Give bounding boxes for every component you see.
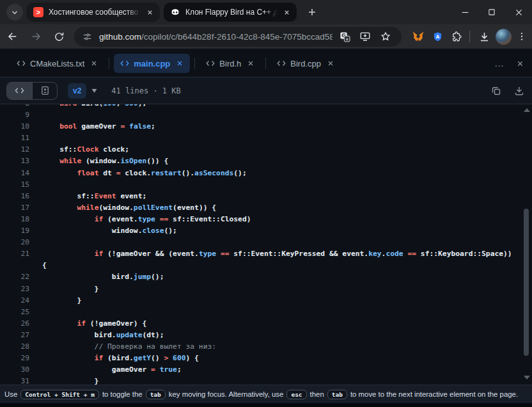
scroll-down-arrow-icon[interactable] xyxy=(524,376,530,379)
code-line: 18 if (event.type == sf::Event::Closed) xyxy=(0,214,532,225)
code-icon xyxy=(277,59,286,68)
file-tab-bird-cpp[interactable]: Bird.cpp xyxy=(270,54,341,73)
bookmark-button[interactable] xyxy=(377,28,394,45)
code-line: 11 xyxy=(0,132,532,144)
download-icon xyxy=(478,31,490,43)
window-close-button[interactable] xyxy=(505,0,532,24)
file-tab-close-button[interactable] xyxy=(176,60,184,67)
tab-search-button[interactable] xyxy=(6,4,23,20)
browser-menu-button[interactable] xyxy=(513,28,531,45)
file-tab-cmakelists-txt[interactable]: CMakeLists.txt xyxy=(10,54,104,73)
url-text: github.com/copilot/c/b644b28f-2610-42c8-… xyxy=(99,32,332,42)
code-text xyxy=(29,109,42,121)
tab-close-button[interactable] xyxy=(145,7,155,17)
github-copilot-favicon-icon xyxy=(170,7,180,17)
code-text: bool gameOver = false; xyxy=(29,121,155,132)
scrollbar-thumb[interactable] xyxy=(524,209,529,356)
code-text: } xyxy=(29,376,98,385)
file-tab-main-cpp[interactable]: main.cpp xyxy=(114,54,190,73)
file-tab-close-button[interactable] xyxy=(247,60,254,67)
browser-toolbar: github.com/copilot/c/b644b28f-2610-42c8-… xyxy=(0,24,532,49)
tab-close-button[interactable] xyxy=(281,7,292,17)
timeweb-favicon-icon: > xyxy=(33,7,43,17)
file-meta-text: 41 lines · 1 KB xyxy=(111,86,180,95)
code-lines: 8 Bird bird(100, 300);910 bool gameOver … xyxy=(0,104,532,385)
file-tab-bar-actions: … xyxy=(494,60,524,68)
copy-button copy-icon[interactable] xyxy=(491,86,501,96)
install-page-button[interactable] xyxy=(357,28,373,45)
window-minimize-button[interactable] xyxy=(451,0,478,24)
file-tab-label: main.cpp xyxy=(134,59,170,68)
line-number: 9 xyxy=(0,109,29,121)
code-text: if (!gameOver) { xyxy=(29,318,146,330)
downloads-button[interactable] xyxy=(475,28,493,45)
new-tab-button[interactable] xyxy=(303,3,321,21)
line-number: 20 xyxy=(0,237,29,248)
site-settings-icon[interactable] xyxy=(82,31,93,42)
kbd-control-shift-m: Control + Shift + m xyxy=(20,390,99,399)
code-editor[interactable]: 8 Bird bird(100, 300);910 bool gameOver … xyxy=(0,104,532,385)
file-diff-icon xyxy=(40,86,50,95)
line-number: 16 xyxy=(0,191,29,202)
line-number: 13 xyxy=(0,156,29,167)
window-maximize-button[interactable] xyxy=(478,0,505,24)
browser-tab-timeweb[interactable]: > Хостинговое сообщество «Tim xyxy=(27,3,160,22)
diff-view-button[interactable] xyxy=(32,83,57,99)
line-number: 22 xyxy=(0,271,29,283)
address-bar[interactable]: github.com/copilot/c/b644b28f-2610-42c8-… xyxy=(74,27,402,47)
file-tab-close-button[interactable] xyxy=(327,60,334,67)
file-tab-close-button[interactable] xyxy=(90,60,98,67)
metamask-extension-button[interactable] xyxy=(409,28,427,45)
download-file-button download-icon[interactable] xyxy=(514,86,524,96)
metamask-fox-icon xyxy=(412,30,425,43)
browser-tab-copilot[interactable]: Клон Flappy Bird на C++ для · xyxy=(164,3,297,22)
code-icon xyxy=(206,59,215,68)
vertical-scrollbar[interactable] xyxy=(522,104,532,385)
line-number: 8 xyxy=(0,104,29,109)
line-number: 29 xyxy=(0,353,29,364)
code-line: 25 xyxy=(0,307,532,318)
profile-avatar[interactable] xyxy=(496,29,512,45)
arrow-left-icon xyxy=(7,31,19,42)
browser-tab-strip: > Хостинговое сообщество «Tim Клон Flapp… xyxy=(0,0,532,24)
close-panel-button close-icon[interactable] xyxy=(516,60,524,68)
hint-text: to toggle the xyxy=(102,390,143,398)
code-line: 9 xyxy=(0,109,532,121)
github-copilot-page: CMakeLists.txtmain.cppBird.hBird.cpp … v… xyxy=(0,49,532,407)
shield-extension-button[interactable]: A xyxy=(428,28,446,45)
translate-button[interactable]: Ga xyxy=(336,28,353,45)
file-tab-bird-h[interactable]: Bird.h xyxy=(199,54,261,73)
back-button[interactable] xyxy=(3,26,23,47)
chevron-down-icon xyxy=(10,8,19,17)
version-caret-icon[interactable] xyxy=(91,89,97,93)
puzzle-icon xyxy=(451,31,462,42)
code-text xyxy=(29,307,42,318)
arrow-right-icon xyxy=(30,31,42,42)
version-badge[interactable]: v2 xyxy=(68,83,86,99)
code-icon xyxy=(17,59,26,68)
reload-button[interactable] xyxy=(49,26,69,47)
scroll-up-arrow-icon[interactable] xyxy=(524,108,530,112)
plus-icon xyxy=(307,7,317,17)
view-mode-segmented-control xyxy=(6,82,58,100)
code-line: 17 while(window.pollEvent(event)) { xyxy=(0,202,532,214)
code-toolbar-actions xyxy=(491,86,524,96)
code-text xyxy=(29,179,42,191)
screen-download-icon xyxy=(359,31,371,42)
code-icon xyxy=(15,86,24,95)
code-line: 15 xyxy=(0,179,532,191)
forward-button[interactable] xyxy=(26,26,46,47)
line-number: 26 xyxy=(0,318,29,330)
code-text: float dt = clock.restart().asSeconds(); xyxy=(29,168,247,179)
code-view-toolbar: v2 41 lines · 1 KB xyxy=(0,77,532,104)
code-line: 21 if (!gameOver && (event.type == sf::E… xyxy=(0,248,532,260)
code-text: while (window.isOpen()) { xyxy=(29,156,168,167)
extensions-menu-button[interactable] xyxy=(448,28,465,45)
code-line: 29 if (bird.getY() > 600) { xyxy=(0,353,532,364)
toolbar-divider xyxy=(469,31,470,42)
line-number: 12 xyxy=(0,144,29,156)
more-options-button[interactable]: … xyxy=(494,60,505,67)
code-view-button[interactable] xyxy=(7,83,32,99)
shield-icon: A xyxy=(432,31,443,42)
file-tab-divider xyxy=(109,58,109,69)
